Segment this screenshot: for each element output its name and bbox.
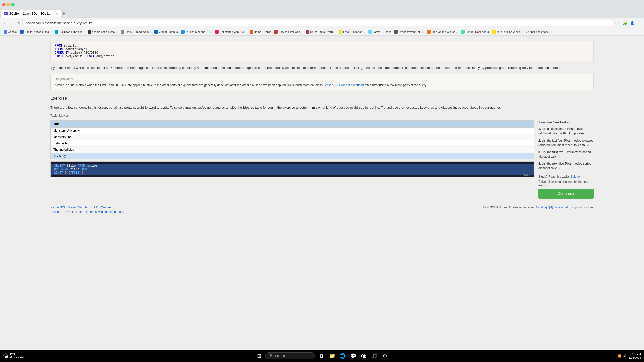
home-favicon (250, 30, 253, 34)
task-3-text: List the first five Pixar movies sorted … (538, 150, 591, 158)
prev-link[interactable]: Previous – SQL Lesson 3: Queries with co… (50, 210, 127, 214)
spotify-button[interactable]: 🎵 (370, 351, 379, 360)
clock-date: 12/6/2023 (629, 356, 641, 359)
bookmark-miro[interactable]: Miro | Online White... (491, 30, 524, 34)
task-view-button[interactable]: ⧉ (317, 351, 326, 360)
table-row-highlighted: Toy Story (51, 153, 534, 159)
bookmark-free-label: Free Online Whiteb... (431, 30, 458, 33)
bookmark-seattle[interactable]: seattle-code-pytho... (86, 30, 119, 34)
lesson12-link[interactable]: Lesson 12: Order of execution (323, 83, 364, 87)
system-tray[interactable]: 📶 🔊 (618, 354, 627, 358)
task-view-icon: ⧉ (320, 353, 323, 359)
maximize-window-button[interactable] (11, 3, 15, 6)
bookmark-event[interactable]: Event.preventDefu... (393, 30, 425, 34)
bottom-links: Next – SQL Review: Simple SELECT Queries… (50, 206, 594, 214)
bookmarks-bar: Google Capital Access Fina... Trailhead … (0, 28, 644, 36)
menu-button[interactable]: ⋮ (636, 20, 642, 26)
support-text-container: Find SQLBolt useful? Please consider Don… (483, 206, 594, 214)
bookmark-capital[interactable]: Capital Access Fina... (19, 30, 53, 34)
task-2: 2. List the last four Pixar movies relea… (538, 138, 594, 147)
table-row: Ratatouille (51, 140, 534, 146)
bookmark-launch[interactable]: Launch Meeting - Z... (180, 30, 213, 34)
active-tab[interactable]: S SQLBolt - Learn SQL - SQL Less... ✕ (1, 10, 61, 18)
forward-button[interactable]: → (9, 20, 15, 26)
bookmark-free[interactable]: Free Online Whiteb... (426, 30, 459, 34)
store-button[interactable]: 🛍 (359, 351, 368, 360)
exercise-paragraph: There are a few concepts in this lesson,… (50, 105, 594, 110)
volume-icon: 🔊 (623, 354, 627, 358)
forms-favicon (368, 30, 372, 34)
reset-button[interactable]: RESET (523, 173, 532, 176)
weather-icon: 🌤 (3, 353, 8, 359)
bookmark-getstarted[interactable]: Get started with Nie... (214, 30, 248, 34)
file-explorer-button[interactable]: 📁 (328, 351, 337, 360)
todd-favicon (121, 30, 124, 34)
task-1-text: List all directors of Pixar movies (alph… (538, 127, 584, 135)
profile-button[interactable]: 👤 (629, 20, 635, 26)
tasks-title: Exercise 4 — Tasks (538, 120, 594, 124)
browser-taskbar-button[interactable]: 🌐 (338, 351, 347, 360)
bookmark-trailhead[interactable]: Trailhead | The fun... (53, 30, 86, 34)
weather-widget[interactable]: 🌤 27°F Mostly clear (3, 353, 24, 359)
bookmark-todd[interactable]: Todd75 (Todd Wold... (119, 30, 153, 34)
bookmark-google[interactable]: Google (2, 30, 18, 34)
capital-favicon (20, 30, 24, 34)
task-3-check: ✓ (558, 155, 561, 158)
bookmark-miro-label: Miro | Online White... (497, 30, 522, 33)
intro-paragraph: If you think about websites like Reddit … (50, 65, 594, 71)
close-window-button[interactable] (2, 3, 6, 6)
bookmark-emoji[interactable]: Emoji Finder se... (337, 30, 366, 34)
bookmark-virtual[interactable]: Virtual Campus (153, 30, 179, 34)
movie-title-cell: The Incredibles (51, 146, 534, 153)
back-button[interactable]: ← (2, 20, 8, 26)
next-link-container: Next – SQL Review: Simple SELECT Queries (50, 206, 127, 209)
bookmark-other[interactable]: » Other bookmark... (525, 30, 552, 34)
task-1-check: ✓ (586, 132, 589, 135)
next-link[interactable]: Next – SQL Review: Simple SELECT Queries (50, 206, 111, 209)
bookmark-other-text: Other bookmark... (528, 30, 550, 33)
weather-desc: Mostly clear (10, 356, 24, 359)
emoji-favicon (339, 30, 342, 34)
bookmark-launch-label: Launch Meeting - Z... (185, 30, 212, 33)
taskbar-search-bar[interactable]: 🔍 Search (265, 352, 315, 359)
table-section: Title Monsters University Monsters, Inc. (50, 120, 534, 201)
bookmark-howtofilter[interactable]: How to Filter Odd... (273, 30, 304, 34)
task-4-text: List the next five Pixar movies sorted a… (538, 162, 591, 170)
teams-button[interactable]: 💬 (349, 351, 358, 360)
bookmark-trailhead-label: Trailhead | The fun... (59, 30, 84, 33)
windows-icon: ⊞ (257, 353, 261, 359)
extension-button[interactable]: 🧩 (622, 20, 628, 26)
tab-close-button[interactable]: ✕ (55, 12, 58, 16)
bookmark-howtofilter-label: How to Filter Odd... (278, 30, 302, 33)
task-1: 1. List all directors of Pixar movies (a… (538, 127, 594, 136)
continue-button[interactable]: Continue › (538, 189, 594, 199)
miro-favicon (492, 30, 496, 34)
wifi-icon: 📶 (618, 354, 622, 358)
new-tab-button[interactable]: + (62, 11, 65, 16)
table-container[interactable]: Title Monsters University Monsters, Inc. (50, 120, 534, 159)
donate-link[interactable]: Donating ($4) via Paypal (535, 206, 568, 209)
movie-title-cell-highlighted: Toy Story (51, 153, 534, 159)
start-menu-button[interactable]: ⊞ (255, 351, 264, 360)
bookmark-home[interactable]: Home - Replit (248, 30, 272, 34)
window-controls[interactable] (2, 3, 15, 6)
movies-table-wrapper[interactable]: Title Monsters University Monsters, Inc. (50, 120, 534, 159)
render-favicon (461, 30, 465, 34)
minimize-window-button[interactable] (7, 3, 10, 6)
bookmark-render[interactable]: Render Dashboard (460, 30, 490, 34)
teams-icon: 💬 (350, 353, 356, 359)
time-display[interactable]: 5:14 PM 12/6/2023 (629, 353, 641, 359)
settings-button[interactable]: ⚙ (380, 351, 389, 360)
bookmark-forms[interactable]: Forms _ React (367, 30, 392, 34)
launch-favicon (181, 30, 185, 34)
address-text: sqlbolt.com/lesson/filtering_sorting_que… (26, 21, 92, 25)
reload-button[interactable]: ↻ (16, 20, 21, 26)
bookmark-star-button[interactable]: ☆ (616, 20, 621, 26)
bookmark-shred[interactable]: Shred Talks - YouT... (304, 30, 337, 34)
taskbar-search-placeholder: Search (275, 354, 285, 358)
address-bar[interactable]: sqlbolt.com/lesson/filtering_sorting_que… (22, 20, 615, 26)
code-editor[interactable]: SELECT title FROM movies ORDER BY title … (50, 161, 534, 177)
tasks-panel: Exercise 4 — Tasks 1. List all directors… (538, 120, 594, 201)
event-favicon (394, 30, 398, 34)
solution-link[interactable]: Solution (571, 175, 581, 178)
